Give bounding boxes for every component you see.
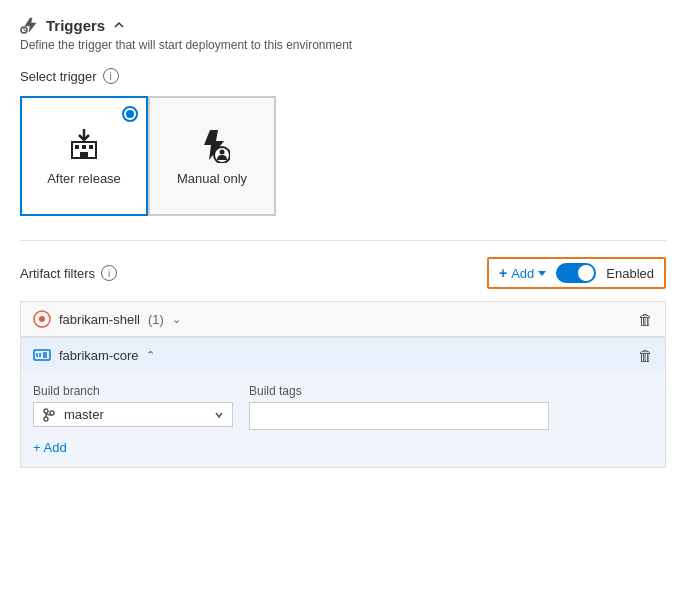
artifact-shell-name: fabrikam-shell	[59, 312, 140, 327]
artifact-filters-title: Artifact filters	[20, 266, 95, 281]
tags-input[interactable]	[249, 402, 549, 430]
artifact-core-chevron[interactable]: ⌃	[146, 349, 155, 362]
artifact-core-name: fabrikam-core	[59, 348, 138, 363]
enabled-label: Enabled	[606, 266, 654, 281]
artifact-row-core: fabrikam-core ⌃ 🗑	[20, 337, 666, 372]
dropdown-chevron-icon	[214, 410, 224, 420]
after-release-radio	[122, 106, 138, 122]
artifact-filters-header: Artifact filters i + Add Enabled	[20, 257, 666, 289]
manual-only-icon	[194, 127, 230, 163]
artifact-row-shell-left: fabrikam-shell (1) ⌄	[33, 310, 181, 328]
add-small-label: + Add	[33, 440, 67, 455]
branch-field-group: Build branch master	[33, 384, 233, 430]
svg-rect-4	[82, 145, 86, 149]
plus-icon: +	[499, 265, 507, 281]
svg-rect-6	[80, 152, 88, 158]
artifact-info-icon[interactable]: i	[101, 265, 117, 281]
svg-rect-5	[89, 145, 93, 149]
trigger-options: After release Manual only	[20, 96, 666, 216]
branch-label: Build branch	[33, 384, 233, 398]
trigger-label-text: Select trigger	[20, 69, 97, 84]
git-icon	[33, 310, 51, 328]
collapse-icon[interactable]	[113, 19, 125, 31]
branch-value: master	[64, 407, 206, 422]
section-title: Triggers	[46, 17, 105, 34]
artifact-row-shell: fabrikam-shell (1) ⌄ 🗑	[20, 301, 666, 337]
tags-label: Build tags	[249, 384, 549, 398]
after-release-card[interactable]: After release	[20, 96, 148, 216]
expanded-artifact-content: Build branch master	[20, 372, 666, 468]
svg-point-17	[44, 409, 48, 413]
after-release-label: After release	[47, 171, 121, 186]
manual-only-card[interactable]: Manual only	[148, 96, 276, 216]
build-icon	[33, 346, 51, 364]
branch-git-icon	[42, 408, 56, 422]
section-subtitle: Define the trigger that will start deplo…	[20, 38, 666, 52]
enabled-toggle[interactable]	[556, 263, 596, 283]
delete-core-button[interactable]: 🗑	[638, 347, 653, 364]
add-small-button[interactable]: + Add	[33, 440, 67, 455]
svg-point-10	[39, 316, 45, 322]
after-release-icon	[66, 127, 102, 163]
svg-point-8	[220, 149, 225, 154]
build-fields: Build branch master	[33, 384, 653, 430]
add-button-label: Add	[511, 266, 534, 281]
main-container: Triggers Define the trigger that will st…	[0, 0, 686, 484]
triggers-header: Triggers	[20, 16, 666, 34]
svg-point-18	[44, 417, 48, 421]
trigger-label: Select trigger i	[20, 68, 666, 84]
add-chevron-icon	[538, 271, 546, 276]
trigger-info-icon[interactable]: i	[103, 68, 119, 84]
triggers-icon	[20, 16, 38, 34]
branch-dropdown[interactable]: master	[33, 402, 233, 427]
tags-field-group: Build tags	[249, 384, 549, 430]
artifact-shell-count: (1)	[148, 312, 164, 327]
section-divider	[20, 240, 666, 241]
artifact-row-core-left: fabrikam-core ⌃	[33, 346, 155, 364]
add-artifact-button[interactable]: + Add	[499, 265, 546, 281]
manual-only-label: Manual only	[177, 171, 247, 186]
delete-shell-button[interactable]: 🗑	[638, 311, 653, 328]
artifact-controls: + Add Enabled	[487, 257, 666, 289]
artifact-shell-chevron[interactable]: ⌄	[172, 313, 181, 326]
artifact-title-group: Artifact filters i	[20, 265, 117, 281]
svg-rect-3	[75, 145, 79, 149]
toggle-slider	[556, 263, 596, 283]
